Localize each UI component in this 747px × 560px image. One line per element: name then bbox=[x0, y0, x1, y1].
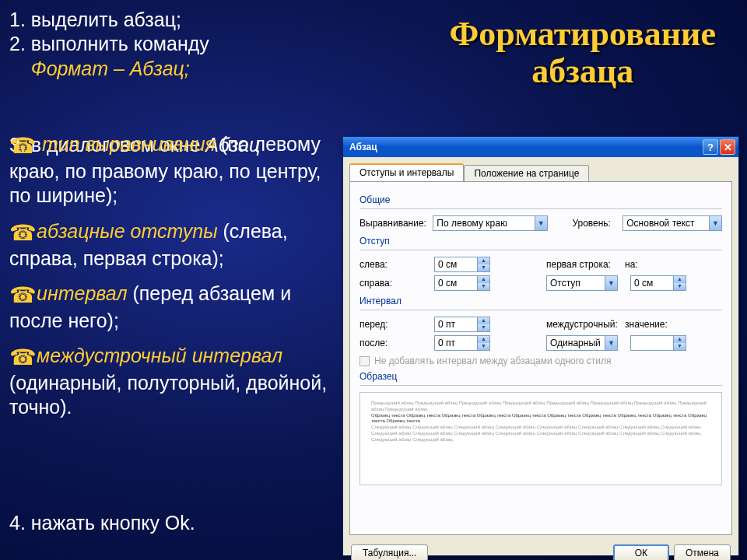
tab-indents[interactable]: Отступы и интервалы bbox=[349, 163, 464, 181]
group-spacing: Интервал bbox=[359, 296, 722, 306]
step-2-command: Формат – Абзац; bbox=[31, 58, 190, 79]
preview-next: Следующий абзац Следующий абзац Следующи… bbox=[371, 425, 710, 443]
dialog-button-bar: Табуляция... ОК Отмена bbox=[343, 541, 738, 560]
help-button[interactable]: ? bbox=[703, 139, 718, 155]
cancel-button[interactable]: Отмена bbox=[674, 544, 731, 560]
label-after: после: bbox=[359, 338, 430, 348]
paragraph-dialog: Абзац ? ✕ Отступы и интервалы Положение … bbox=[342, 136, 739, 556]
chevron-down-icon: ▼ bbox=[535, 216, 547, 230]
close-button[interactable]: ✕ bbox=[720, 139, 735, 155]
label-align: Выравнивание: bbox=[359, 218, 428, 229]
dialog-title: Абзац bbox=[349, 142, 377, 152]
preview-prev: Предыдущий абзац Предыдущий абзац Предыд… bbox=[371, 401, 710, 413]
title-line-2: абзаца bbox=[531, 52, 633, 90]
checkbox-icon[interactable] bbox=[359, 356, 370, 366]
ok-button[interactable]: ОК bbox=[613, 544, 669, 560]
phone-icon: ☎ bbox=[9, 221, 37, 245]
indent-left-spinner[interactable]: 0 см▲▼ bbox=[434, 257, 490, 272]
label-by: на: bbox=[625, 259, 648, 270]
chevron-down-icon: ▼ bbox=[605, 336, 617, 350]
label-right: справа: bbox=[359, 278, 430, 289]
phone-icon: ☎ bbox=[9, 283, 37, 307]
tab-bar: Отступы и интервалы Положение на страниц… bbox=[343, 157, 738, 181]
alignment-combo[interactable]: По левому краю ▼ bbox=[433, 215, 547, 231]
indent-right-spinner[interactable]: 0 см▲▼ bbox=[434, 275, 490, 291]
bullet-spacing: ☎интервал (перед абзацем и после него); bbox=[9, 282, 344, 333]
tabs-button[interactable]: Табуляция... bbox=[351, 544, 428, 560]
bullet-align: ☎ тип выравнивания (по левому краю, по п… bbox=[9, 132, 344, 208]
label-value: значение: bbox=[625, 319, 672, 330]
phone-icon: ☎ bbox=[9, 345, 37, 369]
label-before: перед: bbox=[359, 319, 430, 330]
linespacing-value-spinner[interactable]: ▲▼ bbox=[630, 335, 686, 351]
dialog-titlebar[interactable]: Абзац ? ✕ bbox=[343, 137, 738, 157]
chevron-down-icon: ▼ bbox=[709, 216, 721, 230]
same-style-checkbox-row[interactable]: Не добавлять интервал между абзацами одн… bbox=[359, 355, 722, 366]
step-2: 2. выполнить команду Формат – Абзац; bbox=[9, 32, 344, 81]
tab-position[interactable]: Положение на странице bbox=[464, 165, 589, 181]
group-preview: Образец bbox=[359, 371, 722, 382]
label-linespacing: междустрочный: bbox=[546, 319, 620, 330]
level-combo[interactable]: Основной текст ▼ bbox=[622, 215, 722, 231]
tab-panel: Общие Выравнивание: По левому краю ▼ Уро… bbox=[349, 181, 732, 535]
label-level: Уровень: bbox=[572, 218, 618, 229]
spacing-after-spinner[interactable]: 0 пт▲▼ bbox=[434, 335, 490, 351]
step-4: 4. нажать кнопку Ok. bbox=[9, 512, 195, 534]
bullet-list: ☎ тип выравнивания (по левому краю, по п… bbox=[9, 132, 344, 431]
spacing-before-spinner[interactable]: 0 пт▲▼ bbox=[434, 317, 490, 332]
preview-box: Предыдущий абзац Предыдущий абзац Предыд… bbox=[359, 392, 722, 485]
group-indent: Отступ bbox=[359, 236, 722, 247]
instructions-block: 1. выделить абзац; 2. выполнить команду … bbox=[9, 8, 344, 81]
group-general: Общие bbox=[359, 194, 722, 205]
label-firstline: первая строка: bbox=[546, 259, 620, 270]
bullet-linespacing: ☎междустрочный интервал (одинарный, полу… bbox=[9, 344, 344, 420]
phone-icon: ☎ bbox=[9, 134, 37, 158]
preview-sample: Образец текста Образец текста Образец те… bbox=[371, 413, 710, 425]
bullet-indent: ☎абзацные отступы (слева, справа, первая… bbox=[9, 219, 344, 271]
checkbox-label: Не добавлять интервал между абзацами одн… bbox=[374, 355, 612, 366]
chevron-down-icon: ▼ bbox=[605, 276, 617, 290]
label-left: слева: bbox=[359, 259, 430, 270]
step-1: 1. выделить абзац; bbox=[9, 8, 344, 32]
firstline-combo[interactable]: Отступ▼ bbox=[546, 275, 618, 291]
title-line-1: Форматирование bbox=[450, 15, 716, 53]
firstline-by-spinner[interactable]: 0 см▲▼ bbox=[630, 275, 686, 291]
slide-title: Форматирование абзаца bbox=[450, 16, 716, 91]
linespacing-combo[interactable]: Одинарный▼ bbox=[546, 335, 618, 351]
